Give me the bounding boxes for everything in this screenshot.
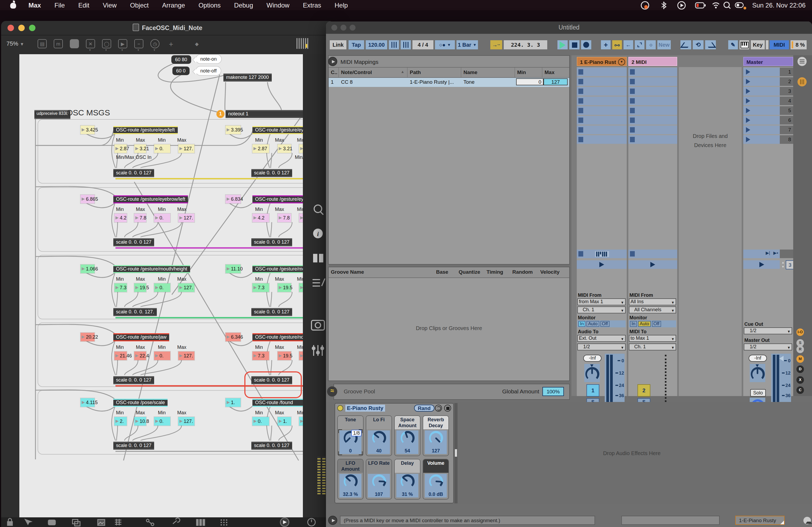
osc-route-object[interactable]: OSC-route /gesture/eye xyxy=(252,195,303,204)
clip-slot[interactable] xyxy=(577,106,627,115)
overdub-button[interactable]: + xyxy=(601,40,611,49)
menu-object[interactable]: Object xyxy=(130,1,148,9)
t2-midi-out-channel[interactable]: Ch. 1 xyxy=(629,344,676,350)
number-box[interactable]: 127. xyxy=(178,144,194,153)
grid-toggle-icon[interactable] xyxy=(296,38,308,49)
master-out-select[interactable]: 1/2 xyxy=(744,344,792,350)
device-title[interactable]: E-Piano Rusty xyxy=(345,405,385,412)
mapped-device-ref[interactable]: 1-E-Piano Rusty xyxy=(735,516,785,525)
number-box[interactable]: 127. xyxy=(178,417,194,425)
number-box[interactable]: 1. xyxy=(226,398,241,407)
stop-all-clips[interactable]: ▶|▶▪ xyxy=(743,250,780,258)
loop-spot-button[interactable]: ○ xyxy=(646,40,656,49)
max-title-bar[interactable]: FaceOSC_Midi_Note xyxy=(1,21,334,35)
number-box[interactable]: 0. xyxy=(299,144,303,153)
track-header-1[interactable]: 1 E-Piano Rust▼ xyxy=(577,57,627,66)
macro-knob[interactable] xyxy=(429,475,443,488)
number-box[interactable]: 0. xyxy=(154,214,170,222)
noteout-object[interactable]: noteout 1 xyxy=(226,110,303,118)
draw-frame-button[interactable]: ⌞⌝ xyxy=(635,40,644,49)
scale-object[interactable]: scale 0. 0. 0 127 xyxy=(113,376,154,384)
session-record-button[interactable]: ⧟ xyxy=(612,40,622,49)
osc-route-object[interactable]: OSC-route /gesture/eye/left xyxy=(113,126,177,134)
t1-pan-knob[interactable] xyxy=(585,367,599,381)
number-box[interactable]: 127. xyxy=(178,283,194,292)
number-box[interactable]: 3.21 xyxy=(278,144,291,153)
t1-audio-out-channel[interactable]: 1/2 xyxy=(577,344,626,350)
osc-route-object[interactable]: OSC-route /gesture/eyebrow/left xyxy=(113,195,188,204)
macro-lfo-amount[interactable]: LFO Amount 32.3 % xyxy=(337,459,364,500)
number-box[interactable]: 3.21 xyxy=(134,144,146,153)
apple-icon[interactable] xyxy=(10,1,17,9)
back-to-arrangement-button[interactable]: ← xyxy=(624,40,633,49)
refresh-icon[interactable] xyxy=(435,405,442,412)
macro-knob[interactable] xyxy=(400,431,414,445)
macro-knob[interactable] xyxy=(344,475,358,488)
message-box-icon[interactable]: m xyxy=(54,39,63,48)
number-box[interactable]: 0. xyxy=(299,351,303,360)
clip-slot[interactable] xyxy=(577,87,627,95)
macro-lofi[interactable]: Lo Fi 40 xyxy=(366,416,392,456)
mapping-row[interactable]: 1 CC 8 1-E-Piano Rusty |... Tone 0 127 xyxy=(329,78,569,87)
clip-slot[interactable] xyxy=(628,106,677,115)
t1-audio-to[interactable]: Ext. Out xyxy=(577,335,626,342)
playbar-icon[interactable]: ▶▼ xyxy=(118,39,127,48)
menu-extras[interactable]: Extras xyxy=(303,1,321,9)
scene-slot[interactable]: 6 xyxy=(743,116,793,124)
scene-slot[interactable]: 2 xyxy=(743,77,793,86)
menu-debug[interactable]: Debug xyxy=(234,1,253,9)
clip-slot[interactable] xyxy=(577,77,627,86)
scale-object[interactable]: scale 0. 0. 0 127 xyxy=(113,442,154,450)
macro-space-amount[interactable]: Space Amount 54 xyxy=(394,416,420,456)
device-on-button[interactable] xyxy=(337,405,343,411)
mapping-max-field[interactable]: 127 xyxy=(543,78,568,85)
osc-route-object[interactable]: OSC-route /gesture/mouth/height xyxy=(113,265,190,273)
number-box[interactable]: 0. xyxy=(154,283,170,292)
object-box-icon[interactable]: ▤ xyxy=(38,39,47,48)
tempo-field[interactable]: 120.00 xyxy=(366,40,387,49)
t1-monitor-in[interactable]: In xyxy=(578,321,585,327)
number-box[interactable]: 0. xyxy=(154,144,170,153)
stop-button[interactable] xyxy=(569,40,579,49)
number-box[interactable]: 2.87 xyxy=(252,144,269,153)
scale-object[interactable]: scale 0. 0. 0 127 xyxy=(251,308,292,316)
macro-tone[interactable]: Tone 1/8 0 xyxy=(337,416,364,456)
t1-midi-from[interactable]: from Max 1 xyxy=(577,298,626,305)
col-min[interactable]: Min xyxy=(515,67,542,77)
t2-monitor-off[interactable]: Off xyxy=(652,321,661,327)
menu-app[interactable]: Max xyxy=(28,1,41,9)
clip-slot[interactable] xyxy=(628,96,677,105)
follow-button[interactable]: →·· xyxy=(490,40,502,49)
new-button[interactable]: New xyxy=(657,40,671,49)
scale-object[interactable]: scale 0. 0. 0 127 xyxy=(251,376,292,384)
mapping-min-field[interactable]: 0 xyxy=(516,78,543,85)
number-box[interactable]: 0. xyxy=(299,214,303,222)
col-random[interactable]: Random xyxy=(510,267,538,277)
drop-column[interactable]: Drop Files and Devices Here xyxy=(679,67,742,396)
macro-knob[interactable] xyxy=(372,431,386,445)
loop-button[interactable] xyxy=(693,40,704,49)
t1-volume-field[interactable]: -Inf xyxy=(583,355,601,362)
macro-knob[interactable] xyxy=(372,475,386,488)
scene-slot[interactable]: 1 xyxy=(743,67,793,76)
t1-monitor-off[interactable]: Off xyxy=(600,321,609,327)
number-box[interactable]: 0. xyxy=(154,351,170,360)
number-box[interactable]: 7.3 xyxy=(252,351,269,360)
number-box[interactable]: 7.3 xyxy=(114,283,127,292)
crossfade-x-toggle[interactable]: X xyxy=(796,376,804,384)
scene-slot[interactable]: 3 xyxy=(743,87,793,95)
arrangement-view-toggle[interactable] xyxy=(798,57,807,66)
clip-slot[interactable] xyxy=(577,135,627,144)
save-preset-icon[interactable] xyxy=(444,405,451,412)
menu-file[interactable]: File xyxy=(55,1,65,9)
tap-tempo-button[interactable]: Tap xyxy=(349,40,364,49)
master-solo-button[interactable]: Solo xyxy=(750,389,766,396)
status-icons[interactable] xyxy=(639,0,747,10)
col-note-control[interactable]: Note/Control▲ xyxy=(339,67,408,77)
number-box[interactable]: 6.346 xyxy=(226,333,241,341)
number-box[interactable]: 19.5 xyxy=(134,283,146,292)
menu-arrange[interactable]: Arrange xyxy=(162,1,185,9)
record-button[interactable] xyxy=(581,40,591,49)
clip-slot[interactable] xyxy=(628,77,677,86)
quantization-menu[interactable]: 1 Bar▼ xyxy=(456,40,478,49)
